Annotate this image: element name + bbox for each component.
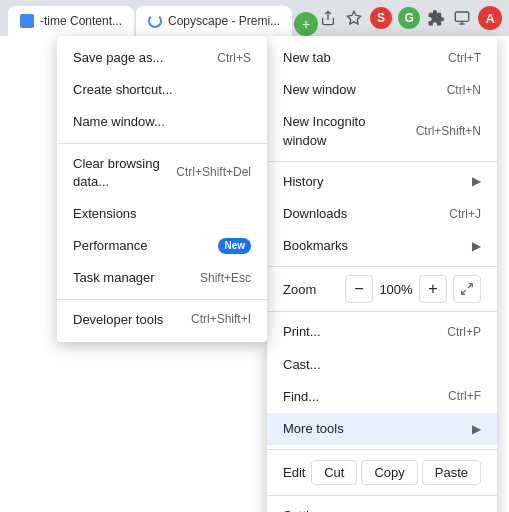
submenu-item-performance[interactable]: Performance New [57, 230, 267, 262]
menu-item-print[interactable]: Print... Ctrl+P [267, 316, 497, 348]
submenu-item-extensions[interactable]: Extensions [57, 198, 267, 230]
svg-line-8 [468, 284, 472, 288]
menu-item-find[interactable]: Find... Ctrl+F [267, 381, 497, 413]
extension-s-icon[interactable]: S [370, 7, 392, 29]
tab-title-2: Copyscape - Premi... [168, 14, 280, 28]
edit-buttons: Cut Copy Paste [311, 460, 481, 485]
tab-title-1: -time Content... [40, 14, 122, 28]
edit-row: Edit Cut Copy Paste [267, 454, 497, 491]
zoom-fullscreen-button[interactable] [453, 275, 481, 303]
media-router-icon[interactable] [452, 8, 472, 28]
menu-item-new-window[interactable]: New window Ctrl+N [267, 74, 497, 106]
zoom-in-button[interactable]: + [419, 275, 447, 303]
zoom-controls: − 100% + [345, 275, 481, 303]
paste-button[interactable]: Paste [422, 460, 481, 485]
submenu-item-developer-tools[interactable]: Developer tools Ctrl+Shift+I [57, 304, 267, 336]
tab-1[interactable]: -time Content... [8, 6, 134, 36]
zoom-out-button[interactable]: − [345, 275, 373, 303]
zoom-row: Zoom − 100% + [267, 271, 497, 307]
star-icon[interactable] [344, 8, 364, 28]
menu-item-settings[interactable]: Settings [267, 500, 497, 512]
menu-item-more-tools[interactable]: More tools ▶ [267, 413, 497, 445]
cut-button[interactable]: Cut [311, 460, 357, 485]
zoom-value: 100% [375, 282, 417, 297]
svg-marker-1 [347, 11, 360, 24]
browser-bar: -time Content... Copyscape - Premi... + … [0, 0, 509, 36]
submenu-item-name-window[interactable]: Name window... [57, 106, 267, 138]
extension-g-icon[interactable]: G [398, 7, 420, 29]
tab-area: -time Content... Copyscape - Premi... + [8, 0, 318, 36]
submenu-item-save-page[interactable]: Save page as... Ctrl+S [57, 42, 267, 74]
copy-button[interactable]: Copy [361, 460, 417, 485]
submenu-item-task-manager[interactable]: Task manager Shift+Esc [57, 262, 267, 294]
svg-line-9 [462, 290, 466, 294]
account-icon[interactable]: A [478, 6, 502, 30]
submenu-item-clear-browsing[interactable]: Clear browsing data... Ctrl+Shift+Del [57, 148, 267, 198]
tab-2[interactable]: Copyscape - Premi... [136, 6, 292, 36]
tab-loading-2 [148, 14, 162, 28]
browser-actions: S G A [318, 6, 509, 30]
performance-new-badge: New [218, 238, 251, 254]
menu-item-history[interactable]: History ▶ [267, 166, 497, 198]
menu-item-new-tab[interactable]: New tab Ctrl+T [267, 42, 497, 74]
menu-item-incognito[interactable]: New Incognito window Ctrl+Shift+N [267, 106, 497, 156]
submenu-item-create-shortcut[interactable]: Create shortcut... [57, 74, 267, 106]
svg-rect-2 [455, 12, 468, 21]
more-tools-submenu: Save page as... Ctrl+S Create shortcut..… [57, 36, 267, 342]
tab-favicon-1 [20, 14, 34, 28]
share-icon[interactable] [318, 8, 338, 28]
menu-item-downloads[interactable]: Downloads Ctrl+J [267, 198, 497, 230]
menu-item-cast[interactable]: Cast... [267, 349, 497, 381]
chrome-menu: New tab Ctrl+T New window Ctrl+N New Inc… [267, 36, 497, 512]
menu-item-bookmarks[interactable]: Bookmarks ▶ [267, 230, 497, 262]
extensions-icon[interactable] [426, 8, 446, 28]
new-tab-button[interactable]: + [294, 12, 318, 36]
